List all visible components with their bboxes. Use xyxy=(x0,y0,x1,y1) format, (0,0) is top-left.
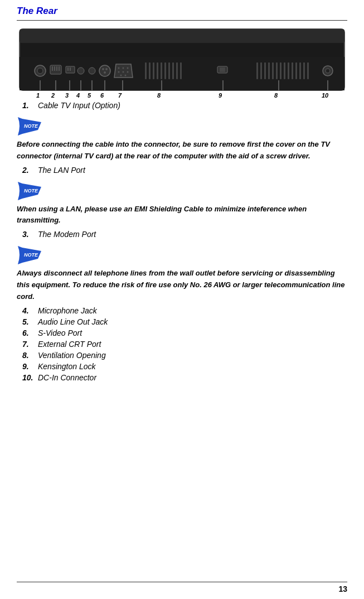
note-icon-1: NOTE xyxy=(17,114,43,137)
svg-rect-51 xyxy=(299,62,301,79)
svg-rect-49 xyxy=(292,62,293,79)
svg-text:6: 6 xyxy=(100,92,104,99)
svg-marker-19 xyxy=(114,64,133,78)
svg-rect-40 xyxy=(256,62,258,79)
item-number-5: 5. xyxy=(22,317,38,326)
list-item-9: 9. Kensington Lock xyxy=(17,362,347,371)
svg-text:8: 8 xyxy=(274,92,278,99)
svg-point-22 xyxy=(127,67,129,69)
list-item-1: 1. Cable TV Input (Option) xyxy=(17,101,347,110)
page-container: The Rear xyxy=(0,0,364,599)
title-divider xyxy=(17,20,347,21)
svg-rect-9 xyxy=(59,66,60,71)
page-title: The Rear xyxy=(17,6,347,17)
svg-point-18 xyxy=(104,71,106,74)
note-block-2: NOTE xyxy=(17,179,347,201)
svg-text:7: 7 xyxy=(118,92,122,99)
svg-rect-41 xyxy=(260,62,262,79)
svg-text:1: 1 xyxy=(36,92,40,99)
svg-text:9: 9 xyxy=(219,92,222,99)
note-icon-2: NOTE xyxy=(17,179,43,201)
item-text-8: Ventilation Opening xyxy=(38,351,106,360)
item-text-4: Microphone Jack xyxy=(38,306,97,315)
page-footer: 13 xyxy=(17,582,347,593)
svg-rect-29 xyxy=(149,62,151,79)
svg-point-24 xyxy=(123,71,124,73)
note-text-3: Always disconnect all telephone lines fr… xyxy=(17,268,347,302)
svg-point-21 xyxy=(123,67,124,69)
svg-rect-47 xyxy=(284,62,285,79)
list-item-4: 4. Microphone Jack xyxy=(17,306,347,315)
item-number-1: 1. xyxy=(22,101,38,110)
svg-text:NOTE: NOTE xyxy=(24,188,38,194)
item-text-3: The Modem Port xyxy=(38,230,96,239)
svg-rect-30 xyxy=(153,62,154,79)
note-text-2: When using a LAN, please use an EMI Shie… xyxy=(17,204,347,227)
list-item-7: 7. External CRT Port xyxy=(17,340,347,349)
svg-rect-50 xyxy=(295,62,297,79)
laptop-rear-image: 1 2 3 4 5 6 7 8 9 8 10 xyxy=(17,26,347,99)
item-text-7: External CRT Port xyxy=(38,340,101,349)
svg-rect-46 xyxy=(280,62,282,79)
item-text-2: The LAN Port xyxy=(38,166,85,175)
svg-point-13 xyxy=(77,67,84,74)
item-text-5: Audio Line Out Jack xyxy=(38,317,108,326)
svg-point-55 xyxy=(326,69,330,73)
svg-text:NOTE: NOTE xyxy=(24,123,38,129)
list-item-5: 5. Audio Line Out Jack xyxy=(17,317,347,326)
svg-rect-1 xyxy=(20,29,344,43)
list-item-10: 10. DC-In Connector xyxy=(17,373,347,382)
svg-point-17 xyxy=(105,68,108,70)
svg-rect-31 xyxy=(157,62,158,79)
note-icon-3: NOTE xyxy=(17,243,43,265)
item-number-7: 7. xyxy=(22,340,38,349)
svg-rect-32 xyxy=(161,62,162,79)
svg-point-20 xyxy=(118,67,120,69)
svg-text:3: 3 xyxy=(65,92,69,99)
note-block-3: NOTE xyxy=(17,243,347,265)
svg-text:4: 4 xyxy=(76,92,80,99)
svg-rect-52 xyxy=(303,62,305,79)
svg-rect-48 xyxy=(288,62,289,79)
item-number-3: 3. xyxy=(22,230,38,239)
svg-rect-36 xyxy=(176,62,178,79)
svg-point-23 xyxy=(118,71,120,73)
svg-text:8: 8 xyxy=(157,92,161,99)
list-item-8: 8. Ventilation Opening xyxy=(17,351,347,360)
svg-text:10: 10 xyxy=(322,92,329,99)
svg-rect-53 xyxy=(307,62,309,79)
svg-point-27 xyxy=(125,75,127,76)
item-number-8: 8. xyxy=(22,351,38,360)
svg-text:2: 2 xyxy=(51,92,55,99)
note-text-1: Before connecting the cable into the con… xyxy=(17,139,347,162)
svg-rect-11 xyxy=(67,67,69,71)
svg-point-26 xyxy=(120,75,122,76)
svg-rect-35 xyxy=(172,62,174,79)
svg-point-4 xyxy=(37,68,43,74)
svg-rect-12 xyxy=(70,67,71,71)
list-item-3: 3. The Modem Port xyxy=(17,230,347,239)
svg-rect-42 xyxy=(264,62,266,79)
item-number-2: 2. xyxy=(22,166,38,175)
svg-rect-39 xyxy=(220,67,225,72)
svg-point-25 xyxy=(127,71,129,73)
item-text-1: Cable TV Input (Option) xyxy=(38,101,120,110)
item-number-4: 4. xyxy=(22,306,38,315)
svg-point-15 xyxy=(99,65,110,76)
svg-rect-43 xyxy=(268,62,270,79)
item-number-9: 9. xyxy=(22,362,38,371)
item-text-10: DC-In Connector xyxy=(38,373,96,382)
svg-text:5: 5 xyxy=(88,92,91,99)
list-item-6: 6. S-Video Port xyxy=(17,329,347,337)
item-number-10: 10. xyxy=(22,373,38,382)
svg-point-14 xyxy=(89,67,95,74)
svg-rect-33 xyxy=(164,62,166,79)
svg-rect-45 xyxy=(276,62,278,79)
svg-rect-44 xyxy=(272,62,274,79)
note-block-1: NOTE xyxy=(17,114,347,137)
svg-rect-34 xyxy=(168,62,170,79)
item-number-6: 6. xyxy=(22,329,38,337)
item-text-6: S-Video Port xyxy=(38,329,82,337)
svg-rect-37 xyxy=(180,62,182,79)
svg-rect-28 xyxy=(145,62,147,79)
